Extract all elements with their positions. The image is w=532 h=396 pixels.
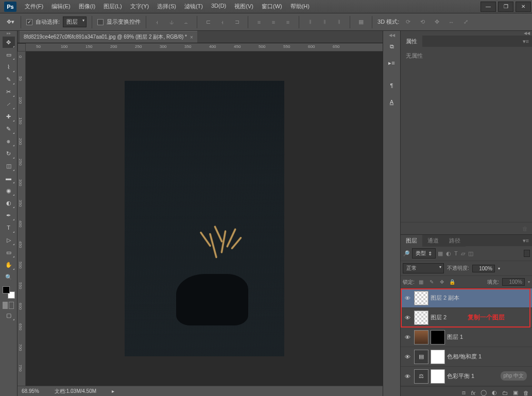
lock-pixels-icon[interactable]: ✎ (428, 279, 435, 286)
opacity-input[interactable]: 100% (472, 265, 495, 272)
canvas-viewport[interactable] (26, 51, 383, 386)
character-panel-icon[interactable]: A (386, 96, 398, 108)
layer-thumbnail[interactable] (414, 291, 428, 305)
auto-align-icon[interactable]: ▦ (355, 16, 367, 28)
healing-tool[interactable]: ✚ (3, 111, 15, 122)
blur-tool[interactable]: ◉ (3, 185, 15, 196)
layers-tab[interactable]: 图层 (401, 235, 422, 247)
3d-pan-icon[interactable]: ✥ (431, 16, 442, 28)
lock-all-icon[interactable]: 🔒 (449, 279, 456, 286)
zoom-level[interactable]: 68.95% (22, 388, 39, 394)
ruler-vertical[interactable]: 0501001502002503003504004505005506006507… (18, 51, 26, 386)
delete-layer-icon[interactable]: 🗑 (523, 390, 529, 396)
dock-collapse-icon[interactable]: ◀◀ (389, 33, 395, 38)
layer-name-label[interactable]: 色彩平衡 1 (447, 372, 474, 380)
hand-tool[interactable]: ✋ (3, 259, 15, 270)
filter-toggle[interactable] (524, 250, 530, 257)
quickmask-mode-button[interactable] (9, 302, 14, 309)
align-right-icon[interactable]: ⊐ (231, 16, 243, 28)
layer-name-label[interactable]: 图层 2 副本 (431, 294, 459, 302)
shape-tool[interactable]: ▭ (3, 247, 15, 258)
dodge-tool[interactable]: ◐ (3, 197, 15, 209)
auto-select-checkbox[interactable] (26, 19, 32, 25)
3d-orbit-icon[interactable]: ⟳ (402, 16, 414, 28)
layer-fx-icon[interactable]: fx (471, 390, 475, 396)
layer-name-label[interactable]: 图层 1 (447, 333, 463, 341)
brush-tool[interactable]: ✎ (3, 123, 15, 134)
marquee-tool[interactable]: ▭ (3, 49, 15, 60)
fill-input[interactable]: 100% (502, 278, 525, 286)
distribute-bottom-icon[interactable]: ≡ (282, 16, 294, 28)
zoom-tool[interactable]: 🔍 (3, 271, 15, 283)
adjustment-thumbnail[interactable]: ⚖ (414, 369, 428, 384)
gradient-tool[interactable]: ▬ (3, 173, 15, 184)
menu-view[interactable]: 视图(V) (230, 1, 258, 12)
filter-type-icon[interactable]: T (454, 250, 458, 257)
layer-name-label[interactable]: 图层 2 (431, 314, 447, 321)
blend-mode-dropdown[interactable]: 正常 (403, 263, 444, 273)
paths-tab[interactable]: 路径 (444, 235, 466, 247)
menu-image[interactable]: 图像(I) (75, 1, 99, 12)
pen-tool[interactable]: ✒ (3, 210, 15, 221)
layer-mask-thumbnail[interactable] (431, 369, 445, 384)
trash-icon[interactable]: 🗑 (522, 226, 528, 232)
layers-menu-icon[interactable]: ▾≡ (520, 237, 532, 244)
tab-close-icon[interactable]: × (190, 35, 193, 40)
quick-select-tool[interactable]: ✎ (3, 74, 15, 85)
history-panel-icon[interactable]: ⧉ (386, 40, 398, 53)
distribute-left-icon[interactable]: ⦀ (304, 16, 316, 28)
3d-slide-icon[interactable]: ↔ (445, 16, 457, 28)
stamp-tool[interactable]: ⎈ (3, 135, 15, 147)
layer-row[interactable]: 👁 图层 2 副本 (401, 288, 532, 308)
move-tool[interactable]: ✥ (3, 37, 15, 48)
minimize-button[interactable]: — (480, 2, 496, 12)
layer-thumbnail[interactable] (414, 330, 428, 345)
paragraph-panel-icon[interactable]: ¶ (386, 79, 398, 92)
eyedropper-tool[interactable]: ⟋ (3, 98, 15, 110)
menu-window[interactable]: 窗口(W) (258, 1, 286, 12)
align-vcenter-icon[interactable]: ⫝ (166, 16, 177, 28)
filter-pixel-icon[interactable]: ▦ (438, 250, 443, 257)
lock-position-icon[interactable]: ✥ (438, 279, 445, 286)
visibility-toggle[interactable]: 👁 (403, 315, 412, 321)
history-brush-tool[interactable]: ↻ (3, 148, 15, 159)
menu-edit[interactable]: 编辑(E) (47, 1, 75, 12)
menu-select[interactable]: 选择(S) (153, 1, 180, 12)
path-select-tool[interactable]: ▷ (3, 234, 15, 246)
filter-type-dropdown[interactable]: 类型⇕ (412, 248, 436, 259)
menu-file[interactable]: 文件(F) (21, 1, 47, 12)
menu-help[interactable]: 帮助(H) (286, 1, 314, 12)
adjustment-layer-icon[interactable]: ◐ (492, 389, 497, 396)
group-icon[interactable]: 🗀 (502, 390, 508, 396)
align-hcenter-icon[interactable]: ⫞ (217, 16, 228, 28)
layer-row[interactable]: 👁 图层 2 (401, 308, 532, 328)
adjustment-thumbnail[interactable]: ▤ (414, 350, 428, 364)
new-layer-icon[interactable]: ▣ (513, 389, 518, 396)
layer-row[interactable]: 👁 图层 1 (401, 328, 532, 347)
filter-adjust-icon[interactable]: ◐ (446, 250, 451, 257)
visibility-toggle[interactable]: 👁 (403, 373, 412, 380)
distribute-top-icon[interactable]: ≡ (253, 16, 265, 28)
filter-shape-icon[interactable]: ▱ (461, 250, 465, 257)
properties-tab[interactable]: 属性 (401, 36, 422, 47)
menu-type[interactable]: 文字(Y) (126, 1, 153, 12)
properties-menu-icon[interactable]: ▾≡ (520, 38, 532, 45)
screen-mode-button[interactable]: ▢ (3, 309, 15, 321)
filter-smart-icon[interactable]: ◫ (468, 250, 473, 257)
layer-mask-thumbnail[interactable] (431, 330, 445, 345)
move-tool-preset-icon[interactable]: ✥▾ (5, 17, 15, 27)
layer-mask-thumbnail[interactable] (431, 350, 445, 364)
distribute-right-icon[interactable]: ⦀ (333, 16, 345, 28)
layer-name-label[interactable]: 色相/饱和度 1 (447, 353, 482, 360)
visibility-toggle[interactable]: 👁 (403, 354, 412, 360)
3d-zoom-icon[interactable]: ⤢ (460, 16, 471, 28)
eraser-tool[interactable]: ◫ (3, 160, 15, 171)
close-button[interactable]: ✕ (516, 2, 531, 12)
document-tab[interactable]: 8fd8219ce4e627c0f6fc891a347aa01.jpg @ 69… (20, 31, 197, 43)
3d-roll-icon[interactable]: ⟲ (417, 16, 428, 28)
search-icon[interactable]: 🔎 (403, 250, 410, 257)
crop-tool[interactable]: ✂ (3, 86, 15, 97)
distribute-vcenter-icon[interactable]: ≡ (268, 16, 279, 28)
align-bottom-icon[interactable]: ⫠ (180, 16, 192, 28)
type-tool[interactable]: T (3, 222, 15, 233)
